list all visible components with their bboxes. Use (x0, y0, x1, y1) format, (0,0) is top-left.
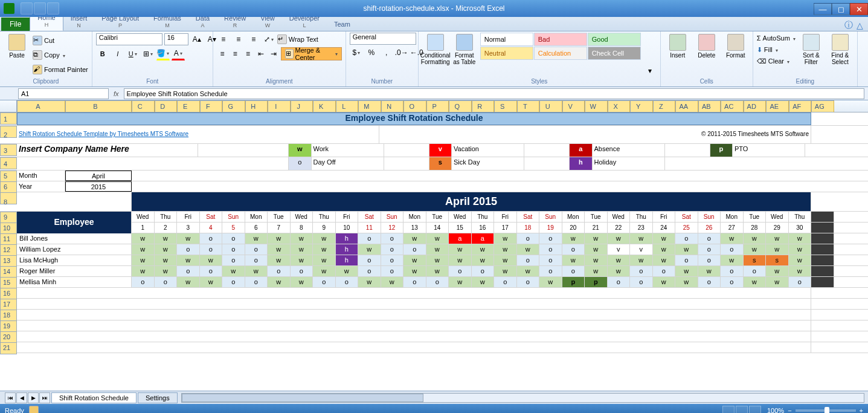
title-cell[interactable]: Employee Shift Rotation Schedule (17, 112, 811, 125)
shift-cell[interactable]: w (313, 266, 336, 276)
shift-cell[interactable]: w (517, 244, 540, 255)
shift-cell[interactable]: w (653, 244, 676, 255)
shift-cell[interactable]: w (766, 233, 789, 244)
shift-cell[interactable]: w (177, 277, 200, 287)
row-header-10[interactable]: 10 (0, 223, 17, 235)
cell[interactable] (524, 144, 570, 157)
row-header-12[interactable]: 12 (0, 244, 17, 256)
shift-cell[interactable]: w (653, 277, 676, 287)
fill-button[interactable]: ⬇Fill (757, 44, 796, 55)
day-name[interactable]: Thu (313, 212, 336, 222)
shift-cell[interactable]: w (426, 266, 449, 276)
row-header-18[interactable]: 18 (0, 310, 17, 322)
row-header-19[interactable]: 19 (0, 320, 17, 333)
day-name[interactable]: Mon (721, 212, 744, 222)
col-header-X[interactable]: X (608, 100, 631, 112)
day-name[interactable]: Thu (155, 212, 178, 222)
name-box[interactable] (18, 88, 109, 99)
company-name[interactable]: Insert Company Name Here (17, 144, 198, 157)
date[interactable]: 12 (381, 223, 404, 233)
underline-button[interactable]: U (126, 47, 140, 60)
day-name[interactable]: Thu (472, 212, 495, 222)
day-name[interactable]: Wed (132, 212, 155, 222)
legend-p[interactable]: p (710, 144, 733, 157)
day-name[interactable]: Fri (653, 212, 676, 222)
col-header-AA[interactable]: AA (675, 100, 698, 112)
shift-cell[interactable]: o (358, 255, 381, 265)
row-header-2[interactable]: 2 (0, 126, 17, 138)
close-button[interactable]: ✕ (850, 3, 868, 15)
shift-cell[interactable]: o (539, 255, 562, 265)
shift-cell[interactable]: w (675, 244, 698, 255)
shift-cell[interactable]: w (721, 233, 744, 244)
shift-cell[interactable]: w (472, 255, 495, 265)
align-bottom-button[interactable]: ≡ (247, 33, 260, 46)
shift-cell[interactable]: o (539, 233, 562, 244)
link-text[interactable]: Shift Rotation Schedule Template by Time… (17, 126, 379, 143)
date[interactable]: 25 (675, 223, 698, 233)
cell[interactable] (665, 144, 710, 157)
row-header-21[interactable]: 21 (0, 342, 17, 354)
format-painter-button[interactable]: 🖌Format Painter (33, 63, 88, 76)
maximize-button[interactable]: ◻ (832, 3, 850, 15)
find-select-button[interactable]: Find & Select (827, 33, 854, 67)
shift-cell[interactable]: w (245, 266, 268, 276)
col-header-B[interactable]: B (65, 100, 132, 112)
shift-cell[interactable]: o (789, 277, 812, 287)
shift-cell[interactable]: o (155, 277, 178, 287)
col-header-AC[interactable]: AC (721, 100, 744, 112)
shift-cell[interactable]: o (200, 233, 223, 244)
col-header-AG[interactable]: AG (811, 100, 834, 112)
style-neutral[interactable]: Neutral (480, 47, 533, 60)
shift-cell[interactable]: w (539, 277, 562, 287)
redo-icon[interactable] (47, 2, 59, 15)
col-header-Z[interactable]: Z (653, 100, 676, 112)
legend-work-label[interactable]: Work (312, 144, 384, 157)
shift-cell[interactable]: o (721, 277, 744, 287)
shift-cell[interactable]: w (449, 277, 472, 287)
day-name[interactable]: Tue (426, 212, 449, 222)
macro-icon[interactable] (29, 406, 39, 413)
cell[interactable] (17, 331, 811, 342)
shift-cell[interactable]: h (336, 255, 359, 265)
sheet-tab-active[interactable]: Shift Rotation Schedule (51, 392, 137, 403)
align-top-button[interactable]: ≡ (217, 33, 230, 46)
date[interactable]: 26 (698, 223, 721, 233)
bold-button[interactable]: B (96, 47, 109, 60)
shift-cell[interactable]: o (200, 266, 223, 276)
col-header-R[interactable]: R (472, 100, 495, 112)
shift-cell[interactable]: w (155, 266, 178, 276)
shift-cell[interactable]: o (381, 244, 404, 255)
shift-cell[interactable]: w (403, 233, 426, 244)
shift-cell[interactable]: w (426, 233, 449, 244)
merge-center-button[interactable]: ⊞Merge & Center (281, 47, 341, 60)
employee-name[interactable]: William Lopez (17, 244, 132, 255)
month-label[interactable]: Month (17, 171, 65, 181)
shift-cell[interactable]: w (653, 233, 676, 244)
legend-s[interactable]: s (429, 157, 452, 170)
cut-button[interactable]: ✂Cut (33, 34, 88, 47)
day-name[interactable]: Mon (403, 212, 426, 222)
month-value[interactable]: April (65, 171, 132, 181)
shift-cell[interactable]: o (381, 266, 404, 276)
shift-cell[interactable]: w (200, 255, 223, 265)
col-header-M[interactable]: M (358, 100, 381, 112)
shift-cell[interactable]: w (585, 266, 608, 276)
row-header-20[interactable]: 20 (0, 331, 17, 343)
shift-cell[interactable]: w (608, 233, 631, 244)
day-name[interactable]: Thu (630, 212, 653, 222)
shift-cell[interactable]: o (313, 277, 336, 287)
col-header-I[interactable]: I (268, 100, 291, 112)
day-name[interactable]: Mon (562, 212, 585, 222)
col-header-T[interactable]: T (517, 100, 540, 112)
date[interactable]: 2 (155, 223, 178, 233)
date[interactable]: 8 (291, 223, 313, 233)
shift-cell[interactable]: a (472, 233, 495, 244)
legend-sick-label[interactable]: Sick Day (452, 157, 524, 170)
empty[interactable] (17, 192, 132, 211)
shift-cell[interactable]: o (177, 266, 200, 276)
col-header-F[interactable]: F (200, 100, 223, 112)
shift-cell[interactable]: o (245, 277, 268, 287)
shift-cell[interactable]: w (268, 233, 291, 244)
shift-cell[interactable]: o (336, 277, 359, 287)
